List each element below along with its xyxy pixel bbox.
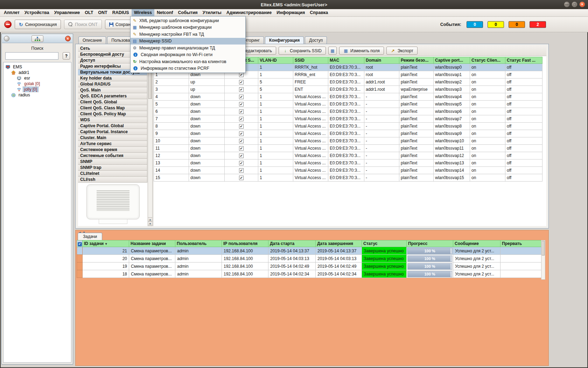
vap-row-12[interactable]: 12down✔1Virtual Access ...E0:D9:E3:70:3.…: [154, 152, 542, 159]
main-tab-4[interactable]: Доступ: [305, 36, 327, 44]
main-tab-0[interactable]: Описание: [78, 36, 106, 44]
config-section-17[interactable]: Системное время: [78, 147, 147, 153]
broadcast-checkbox[interactable]: ✔: [239, 168, 244, 173]
sync-button[interactable]: ↻ Синхронизация: [15, 20, 61, 29]
scrollbar-thumb[interactable]: [542, 241, 545, 255]
maximize-button[interactable]: □: [572, 1, 578, 7]
export-button[interactable]: ↗ Экспорт: [386, 47, 418, 55]
vap-row-2[interactable]: 2up✔5FREEE0:D9:E3:70:3...addr1.rootplain…: [154, 79, 542, 86]
task-row-3[interactable]: 18Смена параметров...admin192.168.84.100…: [77, 270, 541, 278]
config-section-15[interactable]: Cluster. Main: [78, 135, 147, 141]
tree-node-4[interactable]: jolly [0]: [4, 87, 71, 92]
minimize-button[interactable]: —: [564, 1, 570, 7]
event-badge-3[interactable]: 2: [530, 21, 546, 28]
wireless-menu-item-2[interactable]: ✎Менеджер настройки FBT на ТД: [131, 31, 245, 38]
save-ssid-button[interactable]: ↓ Сохранить SSID: [279, 47, 326, 55]
wireless-menu-item-5[interactable]: iСводная информация по Wi-Fi сети: [131, 52, 245, 59]
broadcast-checkbox[interactable]: ✔: [239, 154, 244, 158]
vap-row-9[interactable]: 9down✔1Virtual Access ...E0:D9:E3:70:3..…: [154, 130, 542, 137]
task-header-9[interactable]: Прервать: [500, 240, 541, 247]
config-section-12[interactable]: WDS: [78, 117, 147, 123]
task-header-4[interactable]: Дата старта: [268, 240, 316, 247]
tree-node-0[interactable]: EMS: [4, 64, 71, 70]
tree-node-2[interactable]: esr: [4, 75, 71, 81]
vap-row-15[interactable]: 15down✔1Virtual Access ...E0:D9:E3:70:3.…: [154, 174, 542, 182]
select-all-cell[interactable]: ✔: [77, 240, 83, 247]
vap-row-6[interactable]: 6down✔1Virtual Access ...E0:D9:E3:70:3..…: [154, 108, 542, 115]
event-badge-1[interactable]: 0: [488, 21, 504, 28]
broadcast-checkbox[interactable]: ✔: [239, 131, 244, 136]
task-header-5[interactable]: Дата завершения: [316, 240, 362, 247]
help-button[interactable]: ?: [63, 52, 70, 60]
stop-icon[interactable]: [4, 21, 12, 28]
tasks-scrollbar[interactable]: [541, 240, 545, 280]
config-section-10[interactable]: Client QoS. Class Map: [78, 105, 147, 111]
task-header-2[interactable]: Пользователь: [175, 240, 222, 247]
menubar-item-4[interactable]: ONT: [96, 9, 110, 16]
task-header-3[interactable]: IP пользователя: [222, 240, 268, 247]
search-input[interactable]: [5, 52, 58, 60]
tab-tasks[interactable]: Задачи: [78, 233, 102, 240]
vap-header-8[interactable]: Captive port...: [434, 57, 470, 64]
menubar-item-8[interactable]: События: [176, 9, 200, 16]
tree-node-1[interactable]: @addr1: [4, 70, 71, 75]
vap-header-4[interactable]: SSID: [293, 57, 328, 64]
tree-node-5[interactable]: radius: [4, 92, 71, 98]
wireless-menu-item-7[interactable]: iИнформация по статистике PCRF: [131, 65, 245, 72]
menubar-item-0[interactable]: Апплет: [1, 9, 22, 16]
wireless-menu-item-3[interactable]: ▤Менеджер SSID: [131, 38, 245, 45]
menubar-item-12[interactable]: Справка: [307, 9, 330, 16]
vap-row-5[interactable]: 5down✔1Virtual Access ...E0:D9:E3:70:3..…: [154, 101, 542, 108]
vap-header-9[interactable]: Статус Clien...: [470, 57, 505, 64]
broadcast-checkbox[interactable]: ✔: [239, 117, 244, 121]
config-section-14[interactable]: Captive Portal. Instance: [78, 129, 147, 135]
config-section-21[interactable]: CLI/telnet: [78, 171, 147, 177]
config-section-20[interactable]: SNMP trap: [78, 165, 147, 171]
vap-header-3[interactable]: VLAN-ID: [258, 57, 293, 64]
vap-row-7[interactable]: 7down✔1Virtual Access ...E0:D9:E3:70:3..…: [154, 115, 542, 123]
wireless-menu-item-1[interactable]: ▦Менеджер шаблонов конфигурации: [131, 24, 245, 31]
broadcast-checkbox[interactable]: ✔: [239, 87, 244, 92]
vap-row-14[interactable]: 14down✔1Virtual Access ...E0:D9:E3:70:3.…: [154, 167, 542, 174]
menubar-item-1[interactable]: Устройства: [22, 9, 52, 16]
task-header-7[interactable]: Прогресс: [407, 240, 453, 247]
scroll-down-icon[interactable]: ▼: [148, 222, 152, 226]
config-section-18[interactable]: Системные события: [78, 153, 147, 159]
event-badge-0[interactable]: 0: [467, 21, 483, 28]
task-header-0[interactable]: ID задачи ▼: [83, 240, 129, 247]
task-header-1[interactable]: Название задачи: [129, 240, 175, 247]
vap-row-3[interactable]: 3up✔5ENTE0:D9:E3:70:3...addr1.rootwpaEnt…: [154, 86, 542, 93]
broadcast-checkbox[interactable]: ✔: [239, 102, 244, 107]
config-section-16[interactable]: AirTune сервис: [78, 141, 147, 147]
vap-row-4[interactable]: 4down✔1Virtual Access ...E0:D9:E3:70:3..…: [154, 93, 542, 101]
menubar-item-9[interactable]: Утилиты: [200, 9, 224, 16]
task-header-6[interactable]: Статус: [362, 240, 407, 247]
broadcast-checkbox[interactable]: ✔: [239, 124, 244, 129]
vap-header-5[interactable]: MAC: [328, 57, 364, 64]
menubar-item-11[interactable]: Информация: [274, 9, 307, 16]
tree-node-3[interactable]: golak [0]: [4, 81, 71, 87]
config-section-19[interactable]: SNMP: [78, 159, 147, 165]
broadcast-checkbox[interactable]: ✔: [239, 139, 244, 143]
menubar-item-7[interactable]: Netconf: [154, 9, 176, 16]
task-header-8[interactable]: Сообщение: [453, 240, 500, 247]
panel-close-icon[interactable]: ×: [65, 36, 71, 41]
main-tab-3[interactable]: Конфигурация: [265, 36, 304, 44]
vap-header-7[interactable]: Режим безо...: [399, 57, 434, 64]
config-section-22[interactable]: CLI/ssh: [78, 177, 147, 183]
config-section-5[interactable]: Key holder data: [78, 75, 147, 81]
close-button[interactable]: ×: [579, 1, 585, 7]
change-fields-button[interactable]: ▦ Изменить поля: [339, 47, 384, 55]
config-section-6[interactable]: Global RADIUS: [78, 81, 147, 87]
menubar-item-10[interactable]: Администрирование: [224, 9, 274, 16]
broadcast-checkbox[interactable]: ✔: [239, 109, 244, 114]
config-section-8[interactable]: QoS. EDCA parameters: [78, 93, 147, 99]
vap-row-13[interactable]: 13down✔1Virtual Access ...E0:D9:E3:70:3.…: [154, 159, 542, 167]
scroll-up-icon[interactable]: ▲: [148, 217, 152, 222]
config-section-7[interactable]: QoS. Main: [78, 87, 147, 93]
grid-button[interactable]: ▦: [328, 47, 337, 55]
wireless-menu-item-4[interactable]: ⚙Менеджер правил инициализации ТД: [131, 45, 245, 52]
wireless-menu-item-0[interactable]: ✎XML редактор шаблонов конфигурации: [131, 17, 245, 24]
event-badge-2[interactable]: 0: [509, 21, 525, 28]
config-section-13[interactable]: Captive Portal. Global: [78, 123, 147, 129]
